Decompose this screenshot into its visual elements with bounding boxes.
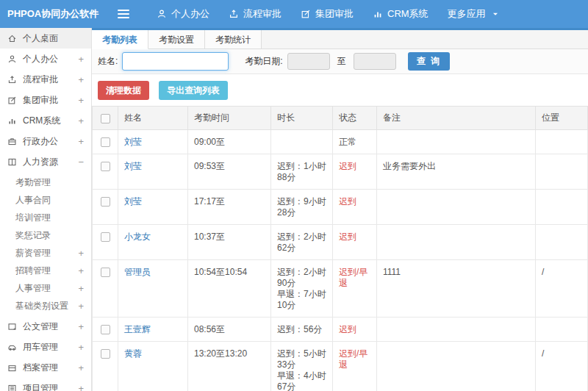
date-range-to-label: 至: [337, 55, 346, 68]
expand-toggle[interactable]: +: [75, 95, 84, 106]
select-all-checkbox[interactable]: [101, 114, 110, 123]
employee-name-link[interactable]: 管理员: [124, 267, 151, 277]
expand-toggle[interactable]: +: [75, 383, 84, 391]
expand-toggle[interactable]: +: [75, 362, 84, 373]
duration-cell: 迟到：5小时33分 早退：4小时67分: [271, 342, 333, 391]
employee-name-link[interactable]: 刘莹: [124, 196, 142, 207]
row-checkbox[interactable]: [101, 349, 110, 359]
remark-cell: [377, 342, 536, 391]
expand-toggle[interactable]: +: [75, 283, 84, 294]
sidebar-item[interactable]: 人力资源−: [0, 151, 91, 172]
location-cell: [536, 190, 588, 225]
row-checkbox[interactable]: [101, 197, 110, 207]
topnav-item[interactable]: 更多应用: [438, 0, 510, 28]
location-cell: [536, 130, 588, 154]
topnav-item[interactable]: 流程审批: [219, 0, 291, 28]
employee-name-link[interactable]: 黄蓉: [124, 348, 142, 359]
name-cell: 刘莹: [118, 190, 188, 225]
row-checkbox[interactable]: [101, 162, 110, 171]
employee-name-link[interactable]: 王壹辉: [124, 324, 151, 334]
sidebar-item-label: 流程审批: [23, 73, 75, 86]
remark-cell: [377, 190, 536, 225]
sidebar-subitem[interactable]: 奖惩记录: [0, 226, 91, 244]
menu-toggle-icon[interactable]: [118, 7, 129, 21]
duration-cell: 迟到：2小时90分 早退：7小时10分: [271, 260, 333, 318]
sidebar-item[interactable]: 集团审批+: [0, 90, 91, 110]
search-button[interactable]: 查 询: [408, 52, 450, 71]
sidebar-item[interactable]: 行政办公+: [0, 131, 91, 151]
expand-toggle[interactable]: +: [75, 115, 84, 126]
tab-item[interactable]: 考勤设置: [148, 30, 205, 49]
sidebar-item[interactable]: CRM系统+: [0, 110, 91, 131]
time-cell: 10:37至: [188, 225, 271, 260]
clean-data-button[interactable]: 清理数据: [98, 81, 149, 100]
export-list-button[interactable]: 导出查询列表: [159, 81, 228, 100]
tab-item[interactable]: 考勤统计: [205, 30, 262, 49]
sidebar-subitem[interactable]: 培训管理: [0, 209, 91, 226]
row-checkbox[interactable]: [101, 325, 110, 334]
expand-toggle[interactable]: −: [75, 157, 84, 168]
employee-name-link[interactable]: 刘莹: [124, 161, 142, 171]
sidebar-subitem[interactable]: 薪资管理+: [0, 244, 91, 262]
expand-toggle[interactable]: +: [75, 321, 84, 332]
employee-name-link[interactable]: 小龙女: [124, 232, 151, 242]
sidebar-subitem[interactable]: 招聘管理+: [0, 262, 91, 279]
sidebar-item[interactable]: 档案管理+: [0, 357, 91, 378]
name-cell: 黄蓉: [118, 342, 188, 391]
duration-cell: 迟到：1小时88分: [271, 154, 333, 190]
sidebar-item[interactable]: 个人办公+: [0, 49, 91, 69]
date-to-input[interactable]: [354, 53, 396, 70]
topnav-label: 集团审批: [315, 7, 354, 21]
topnav-label: CRM系统: [387, 7, 429, 21]
sidebar-subitem[interactable]: 基础类别设置+: [0, 297, 91, 315]
row-checkbox[interactable]: [101, 137, 110, 147]
column-header: 备注: [377, 107, 536, 130]
sidebar-item[interactable]: 项目管理+: [0, 378, 91, 391]
topnav-item[interactable]: 集团审批: [291, 0, 363, 28]
name-filter-label: 姓名:: [98, 55, 118, 68]
expand-toggle[interactable]: +: [75, 74, 84, 85]
expand-toggle[interactable]: +: [75, 342, 84, 353]
column-header: 时长: [271, 107, 333, 130]
sidebar-subitem-label: 招聘管理: [15, 265, 75, 277]
sidebar-subitem[interactable]: 人事管理+: [0, 279, 91, 297]
sidebar-subitem[interactable]: 人事合同: [0, 191, 91, 209]
remark-cell: [377, 225, 536, 260]
employee-name-link[interactable]: 刘莹: [124, 137, 142, 147]
sidebar-item[interactable]: 流程审批+: [0, 69, 91, 90]
table-body: 刘莹09:00至正常刘莹09:53至迟到：1小时88分迟到业务需要外出刘莹17:…: [93, 130, 588, 391]
name-input[interactable]: [122, 52, 229, 71]
status-cell: 正常: [333, 130, 377, 154]
sidebar-item[interactable]: 个人桌面: [0, 28, 91, 49]
sidebar-item-label: 个人办公: [23, 53, 75, 65]
date-filter-label: 考勤日期:: [245, 55, 282, 68]
row-checkbox[interactable]: [101, 232, 110, 242]
table-header: 姓名考勤时间时长状态备注位置: [93, 107, 588, 130]
briefcase-icon: [7, 137, 17, 146]
location-cell: /: [536, 342, 588, 391]
home-icon: [7, 34, 17, 43]
sidebar-item[interactable]: 公文管理+: [0, 316, 91, 337]
document-icon: [7, 322, 17, 331]
expand-toggle[interactable]: +: [75, 54, 84, 65]
topnav-item[interactable]: CRM系统: [363, 0, 438, 28]
table-row: 小龙女10:37至迟到：2小时62分迟到: [93, 225, 588, 260]
row-checkbox[interactable]: [101, 268, 110, 277]
sidebar-item-label: 公文管理: [23, 320, 75, 333]
sidebar-item[interactable]: 用车管理+: [0, 337, 91, 357]
expand-toggle[interactable]: +: [75, 265, 84, 276]
tab-item[interactable]: 考勤列表: [92, 30, 148, 49]
person-icon: [157, 9, 167, 19]
chart-icon: [373, 9, 383, 19]
name-cell: 刘莹: [118, 154, 188, 190]
sidebar-subitem[interactable]: 考勤管理: [0, 173, 91, 191]
expand-toggle[interactable]: +: [75, 136, 84, 147]
date-from-input[interactable]: [287, 53, 330, 70]
topnav-item[interactable]: 个人办公: [147, 0, 219, 28]
expand-toggle[interactable]: +: [75, 301, 84, 312]
sidebar-item-label: 行政办公: [23, 135, 75, 148]
sidebar-subitem-label: 奖惩记录: [15, 229, 81, 242]
expand-toggle[interactable]: +: [75, 248, 84, 259]
status-cell: 迟到: [333, 190, 377, 225]
sidebar-submenu: 考勤管理人事合同培训管理奖惩记录薪资管理+招聘管理+人事管理+基础类别设置+: [0, 172, 91, 316]
